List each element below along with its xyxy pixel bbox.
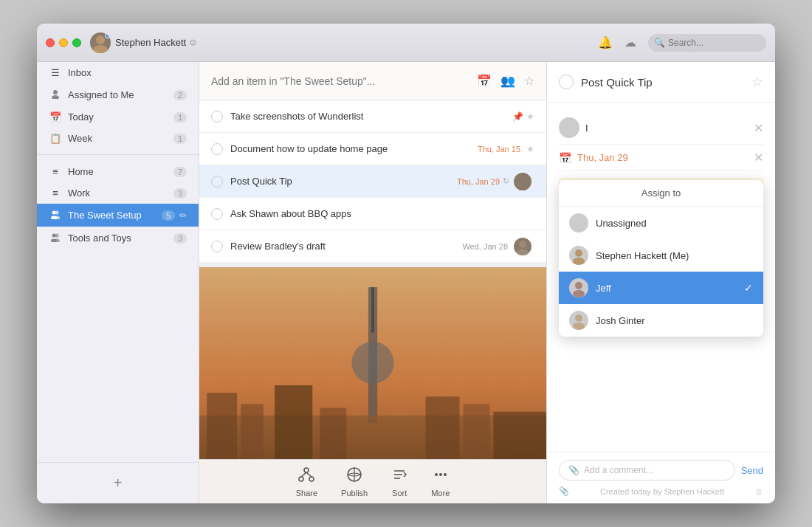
header-icons: 📅 👥 ☆ [477, 74, 534, 88]
sweet-setup-count: 5 [162, 210, 175, 221]
sidebar-item-tools-toys[interactable]: Tools and Toys 3 [37, 227, 199, 249]
detail-star[interactable]: ☆ [751, 74, 763, 90]
home-icon: ≡ [49, 166, 62, 177]
minimize-button[interactable] [59, 38, 68, 47]
search-input[interactable] [668, 38, 760, 48]
work-icon: ≡ [49, 187, 62, 199]
task-name: Take screenshots of Wunderlist [230, 111, 512, 122]
sidebar-item-label: Home [68, 166, 173, 177]
maximize-button[interactable] [72, 38, 81, 47]
assigned-count: 2 [173, 90, 187, 100]
task-due-date: Thu, Jan 15 [478, 145, 520, 154]
assign-avatar [559, 117, 579, 138]
svg-rect-19 [371, 287, 374, 332]
tools-icon [49, 232, 62, 244]
share-button[interactable]: Share [296, 466, 317, 497]
trash-icon[interactable]: 🗑 [755, 487, 763, 496]
search-icon: 🔍 [654, 38, 665, 48]
assign-option-jeff[interactable]: Jeff ✓ [559, 272, 763, 304]
svg-point-13 [517, 184, 529, 190]
more-label: More [431, 489, 450, 497]
meta-text: Created today by Stephen Hackett [600, 487, 724, 496]
add-task-input[interactable] [211, 75, 477, 87]
svg-point-29 [299, 477, 303, 481]
assign-option-josh[interactable]: Josh Ginter [559, 304, 763, 337]
svg-line-32 [306, 472, 312, 477]
svg-point-41 [565, 121, 573, 128]
main-content: ☰ Inbox Assigned to Me 2 📅 Today 1 📋 Wee… [37, 62, 775, 503]
bell-icon[interactable]: 🔔 [598, 35, 613, 49]
assign-icon[interactable]: 👥 [500, 74, 515, 88]
home-count: 7 [173, 167, 187, 177]
publish-button[interactable]: Publish [341, 466, 368, 497]
sidebar-item-home[interactable]: ≡ Home 7 [37, 161, 199, 182]
sidebar-item-label: Today [68, 111, 173, 123]
assign-input[interactable] [585, 123, 748, 134]
sidebar-item-sweet-setup[interactable]: The Sweet Setup 5 ✏ [37, 204, 199, 227]
task-item[interactable]: Take screenshots of Wunderlist 📌 ★ [199, 100, 546, 133]
calendar-icon[interactable]: 📅 [477, 74, 492, 88]
task-item[interactable]: Document how to update home page Thu, Ja… [199, 133, 546, 165]
assign-to-header: Assign to [559, 180, 763, 207]
svg-point-40 [444, 473, 447, 476]
sidebar-item-inbox[interactable]: ☰ Inbox [37, 62, 199, 83]
sort-button[interactable]: Sort [391, 466, 407, 497]
assign-row: ✕ [559, 111, 763, 145]
sidebar-item-today[interactable]: 📅 Today 1 [37, 106, 199, 128]
close-button[interactable] [46, 38, 55, 47]
task-checkbox[interactable] [211, 208, 223, 220]
share-icon [298, 466, 314, 487]
tools-count: 3 [173, 233, 187, 244]
edit-icon[interactable]: ✏ [179, 210, 187, 221]
cloud-icon[interactable]: ☁ [625, 35, 636, 49]
svg-point-15 [517, 249, 529, 255]
close-icon[interactable]: ✕ [754, 151, 763, 165]
svg-point-50 [573, 323, 585, 330]
task-checkbox[interactable] [211, 241, 223, 252]
svg-point-9 [55, 234, 59, 238]
sidebar-item-week[interactable]: 📋 Week 1 [37, 128, 199, 149]
username-label: Stephen Hackett [115, 37, 186, 48]
svg-point-2 [53, 90, 58, 94]
today-icon: 📅 [49, 111, 62, 123]
sidebar-item-assigned[interactable]: Assigned to Me 2 [37, 83, 199, 106]
task-avatar [514, 173, 531, 190]
task-list: 📅 👥 ☆ Take screenshots of Wunderlist 📌 ★… [199, 62, 546, 503]
svg-point-44 [573, 225, 585, 232]
detail-checkbox[interactable] [559, 75, 574, 89]
task-item[interactable]: Post Quick Tip Thu, Jan 29 ↻ [199, 165, 546, 198]
send-button[interactable]: Send [741, 465, 763, 476]
svg-point-30 [309, 477, 314, 481]
assign-option-label: Jeff [596, 283, 611, 294]
close-icon[interactable]: ✕ [754, 121, 763, 135]
task-checkbox[interactable] [211, 111, 223, 123]
stephen-avatar [569, 246, 588, 265]
comment-input-area[interactable]: 📎 Add a comment... [559, 460, 735, 480]
svg-point-39 [439, 473, 442, 476]
more-button[interactable]: More [431, 466, 450, 497]
sidebar-item-work[interactable]: ≡ Work 3 [37, 182, 199, 204]
task-list-header: 📅 👥 ☆ [199, 62, 546, 100]
svg-point-42 [563, 130, 575, 137]
sidebar-item-label: Week [68, 133, 173, 144]
due-date: Thu, Jan 29 [577, 152, 628, 163]
svg-point-45 [575, 249, 582, 257]
search-bar[interactable]: 🔍 [648, 34, 766, 52]
task-item[interactable]: Review Bradley's draft Wed, Jan 28 [199, 230, 546, 263]
assign-option-unassigned[interactable]: Unassigned [559, 207, 763, 239]
task-item[interactable]: Ask Shawn about BBQ apps [199, 198, 546, 230]
star-icon[interactable]: ★ [526, 111, 534, 122]
app-window: Stephen Hackett ⚙ 🔔 ☁ 🔍 ☰ Inbox Assigned… [37, 24, 775, 503]
sidebar: ☰ Inbox Assigned to Me 2 📅 Today 1 📋 Wee… [37, 62, 199, 503]
task-checkbox[interactable] [211, 143, 223, 155]
sidebar-item-label: The Sweet Setup [68, 210, 162, 221]
due-row: 📅 Thu, Jan 29 ✕ [559, 145, 763, 171]
add-list-button[interactable]: + [37, 469, 199, 497]
detail-title: Post Quick Tip [581, 76, 744, 89]
star-icon[interactable]: ☆ [524, 74, 534, 88]
assign-option-stephen[interactable]: Stephen Hackett (Me) [559, 239, 763, 272]
bottom-toolbar: Share Publish Sort [199, 459, 546, 503]
repeat-icon: ↻ [503, 176, 509, 186]
star-icon[interactable]: ★ [526, 144, 534, 154]
task-checkbox[interactable] [211, 176, 223, 187]
